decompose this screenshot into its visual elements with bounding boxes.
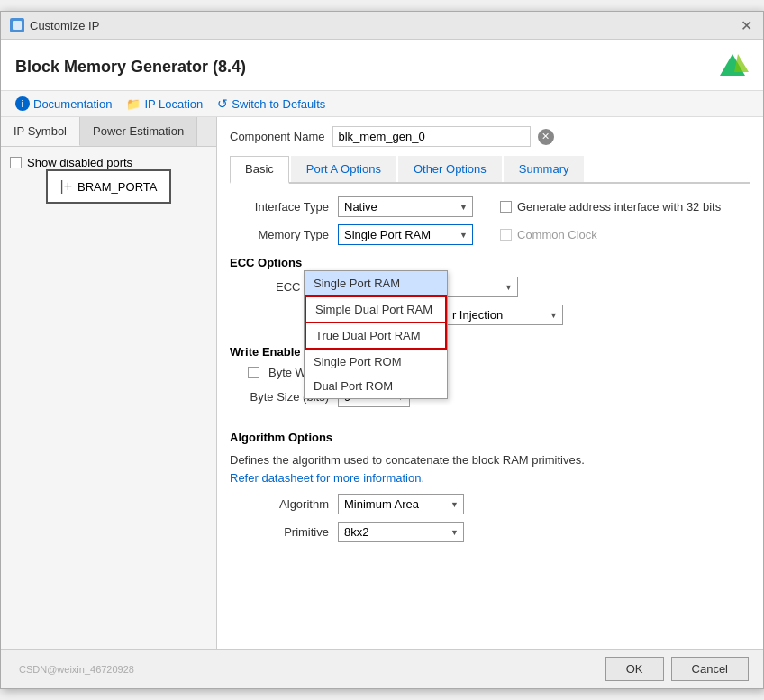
switch-defaults-link[interactable]: ↺ Switch to Defaults xyxy=(217,96,325,111)
datasheet-link[interactable]: Refer datasheet for more information. xyxy=(230,471,424,485)
location-icon: 📁 xyxy=(126,97,141,111)
interface-type-select-wrapper: Native xyxy=(338,196,473,217)
show-disabled-row: Show disabled ports xyxy=(10,156,207,169)
interface-type-row: Interface Type Native Generate address i… xyxy=(230,196,750,217)
cancel-button[interactable]: Cancel xyxy=(671,657,749,681)
memory-type-label: Memory Type xyxy=(230,228,329,241)
clear-button[interactable]: ✕ xyxy=(538,129,554,145)
algorithm-select-wrapper: Minimum Area xyxy=(338,494,464,514)
algorithm-label: Algorithm xyxy=(230,497,329,511)
show-disabled-label: Show disabled ports xyxy=(27,156,132,169)
config-tab-port-a[interactable]: Port A Options xyxy=(291,156,396,182)
bram-label: BRAM_PORTA xyxy=(77,180,157,194)
dropdown-item-2[interactable]: True Dual Port RAM xyxy=(305,323,447,350)
expand-icon: |+ xyxy=(60,178,73,195)
left-panel-content: Show disabled ports |+ BRAM_PORTA xyxy=(1,147,216,649)
dropdown-item-1[interactable]: Simple Dual Port RAM xyxy=(305,295,447,323)
documentation-label: Documentation xyxy=(33,97,112,111)
refresh-icon: ↺ xyxy=(217,96,228,111)
common-clock-label: Common Clock xyxy=(517,228,597,241)
config-tab-summary[interactable]: Summary xyxy=(504,156,585,182)
interface-type-select[interactable]: Native xyxy=(338,196,473,217)
window-icon xyxy=(10,18,24,32)
watermark-text: CSDN@weixin_46720928 xyxy=(15,664,134,675)
algorithm-section: Algorithm Options Defines the algorithm … xyxy=(230,427,750,550)
vivado-logo xyxy=(716,50,749,83)
ip-location-label: IP Location xyxy=(144,97,203,111)
right-panel: Component Name ✕ Basic Port A Options Ot… xyxy=(217,117,763,649)
svg-marker-2 xyxy=(734,54,749,72)
left-tab-bar: IP Symbol Power Estimation xyxy=(1,117,216,147)
dropdown-item-3[interactable]: Single Port ROM xyxy=(305,350,447,374)
config-tab-other[interactable]: Other Options xyxy=(398,156,502,182)
memory-type-row: Memory Type Single Port RAM Common Clock xyxy=(230,224,750,245)
switch-defaults-label: Switch to Defaults xyxy=(232,97,325,111)
error-injection-select-wrapper: r Injection xyxy=(446,305,563,325)
footer: CSDN@weixin_46720928 OK Cancel xyxy=(1,649,763,688)
primitive-select[interactable]: 8kx2 xyxy=(338,522,464,542)
info-icon: i xyxy=(15,96,30,111)
title-bar: Customize IP ✕ xyxy=(1,12,763,40)
primitive-select-wrapper: 8kx2 xyxy=(338,522,464,542)
config-tab-basic[interactable]: Basic xyxy=(230,156,289,184)
dropdown-item-0[interactable]: Single Port RAM xyxy=(305,271,447,295)
generate-address-checkbox[interactable] xyxy=(500,201,512,213)
window-title: Customize IP xyxy=(30,19,99,32)
memory-type-select[interactable]: Single Port RAM xyxy=(338,224,473,245)
show-disabled-checkbox[interactable] xyxy=(10,157,22,168)
main-window: Customize IP ✕ Block Memory Generator (8… xyxy=(0,11,764,689)
algorithm-section-title: Algorithm Options xyxy=(230,431,750,444)
interface-type-label: Interface Type xyxy=(230,200,329,214)
component-name-input[interactable] xyxy=(332,126,531,147)
tab-ip-symbol[interactable]: IP Symbol xyxy=(1,117,80,146)
app-title: Block Memory Generator (8.4) xyxy=(15,58,246,77)
ok-button[interactable]: OK xyxy=(605,657,664,681)
primitive-row: Primitive 8kx2 xyxy=(230,522,750,542)
bram-block: |+ BRAM_PORTA xyxy=(46,169,172,204)
primitive-label: Primitive xyxy=(230,525,329,539)
generate-address-label: Generate address interface with 32 bits xyxy=(517,200,721,214)
algorithm-row: Algorithm Minimum Area xyxy=(230,494,750,514)
svg-rect-0 xyxy=(13,21,22,30)
ecc-section-title: ECC Options xyxy=(230,256,750,269)
algorithm-select[interactable]: Minimum Area xyxy=(338,494,464,514)
documentation-link[interactable]: i Documentation xyxy=(15,96,112,111)
title-bar-left: Customize IP xyxy=(10,18,99,32)
close-button[interactable]: ✕ xyxy=(738,17,754,33)
error-injection-select[interactable]: r Injection xyxy=(446,305,563,325)
algorithm-desc: Defines the algorithm used to concatenat… xyxy=(230,451,750,486)
memory-type-dropdown: Single Port RAM Simple Dual Port RAM Tru… xyxy=(304,270,448,399)
config-tabs: Basic Port A Options Other Options Summa… xyxy=(230,156,750,184)
component-name-row: Component Name ✕ xyxy=(230,126,750,147)
dropdown-item-4[interactable]: Dual Port ROM xyxy=(305,374,447,398)
ip-location-link[interactable]: 📁 IP Location xyxy=(126,97,203,111)
memory-type-select-wrapper: Single Port RAM xyxy=(338,224,473,245)
component-name-label: Component Name xyxy=(230,130,325,143)
bram-diagram: |+ BRAM_PORTA xyxy=(10,169,207,204)
main-content: IP Symbol Power Estimation Show disabled… xyxy=(1,117,763,649)
byte-write-enable-checkbox[interactable] xyxy=(248,367,259,378)
tab-power-estimation[interactable]: Power Estimation xyxy=(80,117,197,146)
header: Block Memory Generator (8.4) xyxy=(1,40,763,91)
left-panel: IP Symbol Power Estimation Show disabled… xyxy=(1,117,217,649)
toolbar: i Documentation 📁 IP Location ↺ Switch t… xyxy=(1,91,763,117)
common-clock-checkbox[interactable] xyxy=(500,229,512,241)
